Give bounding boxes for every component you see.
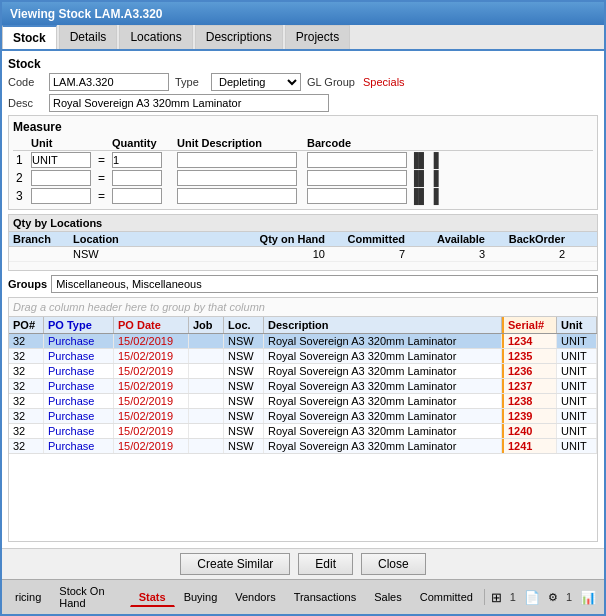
edit-button[interactable]: Edit <box>298 553 353 575</box>
close-button[interactable]: Close <box>361 553 426 575</box>
qty-col-hand: Qty on Hand <box>249 232 329 246</box>
tab-details[interactable]: Details <box>59 25 118 49</box>
qty-hand-val: 10 <box>249 247 329 261</box>
desc-label: Desc <box>8 97 43 109</box>
btab-stockonhand[interactable]: Stock On Hand <box>50 582 129 612</box>
grid-row[interactable]: 32 Purchase 15/02/2019 NSW Royal Soverei… <box>9 364 597 379</box>
number-badge-1: 1 <box>506 589 520 605</box>
main-window: Viewing Stock LAM.A3.320 Stock Details L… <box>0 0 606 616</box>
bottom-buttons: Create Similar Edit Close <box>2 548 604 579</box>
grid-header: PO# PO Type PO Date Job Loc. Description… <box>9 317 597 334</box>
qty-col-backorder: BackOrder <box>489 232 569 246</box>
measure-unitdesc-1[interactable] <box>177 152 297 168</box>
qty-col-branch: Branch <box>9 232 69 246</box>
stock-section: Stock Code Type Depleting GL Group Speci… <box>8 57 598 115</box>
measure-row-3: 3 = ▐▌▐ <box>13 187 593 205</box>
qty-location-val: NSW <box>69 247 249 261</box>
btab-transactions[interactable]: Transactions <box>285 588 366 606</box>
tab-locations[interactable]: Locations <box>119 25 192 49</box>
po-grid: Drag a column header here to group by th… <box>8 297 598 542</box>
drag-hint: Drag a column header here to group by th… <box>9 298 597 317</box>
measure-qty-header: Quantity <box>109 136 174 151</box>
grid-row[interactable]: 32 Purchase 15/02/2019 NSW Royal Soverei… <box>9 349 597 364</box>
tab-descriptions[interactable]: Descriptions <box>195 25 283 49</box>
create-similar-button[interactable]: Create Similar <box>180 553 290 575</box>
measure-unitdesc-3[interactable] <box>177 188 297 204</box>
qty-backorder-val: 2 <box>489 247 569 261</box>
btab-buying[interactable]: Buying <box>175 588 227 606</box>
measure-label: Measure <box>13 120 593 134</box>
measure-row-1: 1 = ▐▌▐ <box>13 151 593 170</box>
doc-icon[interactable]: 📄 <box>520 588 544 607</box>
qty-data-row: NSW 10 7 3 2 <box>9 247 597 262</box>
measure-qty-2[interactable] <box>112 170 162 186</box>
top-tabs: Stock Details Locations Descriptions Pro… <box>2 25 604 51</box>
grid-row[interactable]: 32 Purchase 15/02/2019 NSW Royal Soverei… <box>9 409 597 424</box>
grid-col-date[interactable]: PO Date <box>114 317 189 333</box>
qty-branch-val <box>9 247 69 261</box>
type-select[interactable]: Depleting <box>211 73 301 91</box>
bottom-tabs-bar: ricing Stock On Hand Stats Buying Vendor… <box>2 579 604 614</box>
grid-col-po[interactable]: PO# <box>9 317 44 333</box>
code-label: Code <box>8 76 43 88</box>
qty-section: Qty by Locations Branch Location Qty on … <box>8 214 598 271</box>
groups-input[interactable] <box>51 275 598 293</box>
qty-header: Branch Location Qty on Hand Committed Av… <box>9 232 597 247</box>
measure-barcode-1[interactable] <box>307 152 407 168</box>
gl-value: Specials <box>363 76 405 88</box>
btab-committed[interactable]: Committed <box>411 588 482 606</box>
grid-col-serial[interactable]: Serial# <box>502 317 557 333</box>
groups-row: Groups <box>8 275 598 293</box>
measure-qty-1[interactable] <box>112 152 162 168</box>
grid-row[interactable]: 32 Purchase 15/02/2019 NSW Royal Soverei… <box>9 394 597 409</box>
measure-desc-header: Unit Description <box>174 136 304 151</box>
btab-pricing[interactable]: ricing <box>6 588 50 606</box>
grid-body: 32 Purchase 15/02/2019 NSW Royal Soverei… <box>9 334 597 541</box>
groups-label: Groups <box>8 278 47 290</box>
tab-projects[interactable]: Projects <box>285 25 350 49</box>
grid-col-desc[interactable]: Description <box>264 317 502 333</box>
grid-icon[interactable]: ⊞ <box>487 588 506 607</box>
measure-unit-3[interactable] <box>31 188 91 204</box>
main-content: Stock Code Type Depleting GL Group Speci… <box>2 51 604 548</box>
btab-sales[interactable]: Sales <box>365 588 411 606</box>
btab-stats[interactable]: Stats <box>130 588 175 607</box>
measure-barcode-3[interactable] <box>307 188 407 204</box>
grid-row[interactable]: 32 Purchase 15/02/2019 NSW Royal Soverei… <box>9 334 597 349</box>
grid-col-job[interactable]: Job <box>189 317 224 333</box>
measure-qty-3[interactable] <box>112 188 162 204</box>
window-title: Viewing Stock LAM.A3.320 <box>10 7 163 21</box>
measure-barcode-header: Barcode <box>304 136 593 151</box>
code-input[interactable] <box>49 73 169 91</box>
measure-unit-2[interactable] <box>31 170 91 186</box>
btab-vendors[interactable]: Vendors <box>226 588 284 606</box>
qty-available-val: 3 <box>409 247 489 261</box>
number-badge-1b: 1 <box>562 589 576 605</box>
measure-barcode-2[interactable] <box>307 170 407 186</box>
measure-unit-1[interactable] <box>31 152 91 168</box>
qty-col-committed: Committed <box>329 232 409 246</box>
grid-col-loc[interactable]: Loc. <box>224 317 264 333</box>
grid-row[interactable]: 32 Purchase 15/02/2019 NSW Royal Soverei… <box>9 424 597 439</box>
grid-col-unit[interactable]: Unit <box>557 317 597 333</box>
stock-code-row: Code Type Depleting GL Group Specials <box>8 73 598 91</box>
type-label: Type <box>175 76 205 88</box>
title-bar: Viewing Stock LAM.A3.320 <box>2 2 604 25</box>
barcode-icon-1: ▐▌▐ <box>409 152 439 168</box>
grid-row[interactable]: 32 Purchase 15/02/2019 NSW Royal Soverei… <box>9 379 597 394</box>
barcode-icon-2: ▐▌▐ <box>409 170 439 186</box>
desc-input[interactable] <box>49 94 329 112</box>
settings-icon[interactable]: ⚙ <box>544 589 562 606</box>
grid-row[interactable]: 32 Purchase 15/02/2019 NSW Royal Soverei… <box>9 439 597 454</box>
stock-desc-row: Desc <box>8 94 598 112</box>
measure-row-num-1: 1 <box>13 151 28 170</box>
grid-col-type[interactable]: PO Type <box>44 317 114 333</box>
gl-label: GL Group <box>307 76 357 88</box>
measure-table: Unit Quantity Unit Description Barcode 1… <box>13 136 593 205</box>
chart-icon[interactable]: 📊 <box>576 588 600 607</box>
measure-unitdesc-2[interactable] <box>177 170 297 186</box>
measure-row-2: 2 = ▐▌▐ <box>13 169 593 187</box>
qty-section-label: Qty by Locations <box>9 215 597 232</box>
tab-stock[interactable]: Stock <box>2 25 57 49</box>
measure-section: Measure Unit Quantity Unit Description B… <box>8 115 598 210</box>
